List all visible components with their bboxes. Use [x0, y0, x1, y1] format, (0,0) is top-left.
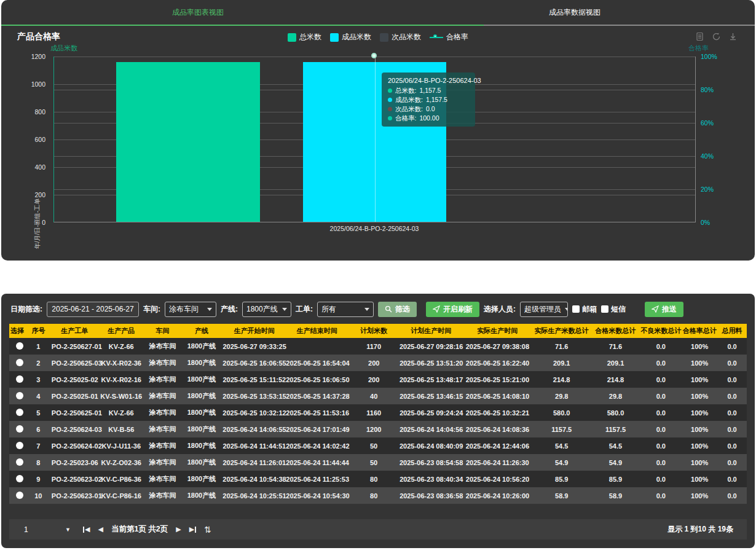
refresh-icon[interactable]	[712, 32, 721, 41]
prev-page-button[interactable]: ◀	[98, 525, 103, 533]
page-number-select[interactable]: 1 ▼	[20, 523, 74, 536]
cell-end-time: 2025-06-24 14:02:42	[286, 442, 348, 450]
cell-qualified-total: 54.5	[591, 442, 640, 450]
table-body: 1 PO-2-250627-01 KV-Z-66 涂布车间 1800产线 202…	[9, 338, 747, 504]
email-checkbox[interactable]	[572, 305, 580, 313]
row-radio[interactable]	[16, 425, 23, 433]
email-checkbox-wrap: 邮箱	[572, 304, 597, 315]
column-header: 不良米数总计	[640, 326, 682, 335]
legend-item-total-meters[interactable]: 总米数	[288, 32, 321, 42]
cell-line: 1800产线	[181, 408, 223, 417]
next-page-button[interactable]: ▶	[176, 525, 181, 533]
cell-defect-total: 0.0	[640, 343, 682, 350]
last-page-button[interactable]: ▶	[189, 525, 196, 533]
cell-start-time: 2025-06-24 14:06:55	[222, 426, 286, 433]
person-select[interactable]: 超级管理员	[520, 302, 568, 317]
select-cell	[9, 409, 25, 417]
row-radio[interactable]	[16, 475, 23, 482]
row-radio[interactable]	[16, 442, 23, 449]
column-header: 生产工单	[52, 326, 98, 335]
cell-workshop: 涂布车间	[145, 474, 181, 484]
chevron-down-icon	[207, 308, 212, 313]
tab-yield-data-view[interactable]: 成品率数据视图	[395, 0, 755, 25]
cell-product: KV-J-U11-36	[98, 442, 145, 450]
filter-button[interactable]: 筛选	[378, 302, 417, 317]
legend-swatch-green	[288, 33, 296, 42]
cell-actual-meters-total: 54.9	[532, 459, 591, 466]
cell-order: PO-2-25025-01	[52, 393, 98, 400]
order-select[interactable]: 所有	[317, 302, 374, 317]
table-row[interactable]: 4 PO-2-25025-01 KV-S-W01-16 涂布车间 1800产线 …	[9, 388, 747, 404]
cell-defect-total: 0.0	[640, 359, 682, 367]
cell-line: 1800产线	[181, 358, 223, 367]
cell-plan-time: 2025-06-24 14:04:56	[400, 426, 463, 433]
row-radio[interactable]	[16, 458, 23, 466]
column-header: 选择	[9, 326, 25, 335]
legend-swatch-dark	[380, 33, 388, 42]
first-page-button[interactable]: ◀	[83, 525, 90, 533]
cell-plan-time: 2025-06-23 08:54:58	[400, 459, 463, 466]
cell-actual-time: 2025-06-25 15:21:00	[463, 376, 532, 383]
workshop-select[interactable]: 涂布车间	[165, 302, 216, 317]
chevron-down-icon	[364, 308, 369, 313]
cell-material-total: 0.0	[717, 476, 747, 483]
row-radio[interactable]	[16, 342, 23, 350]
table-row[interactable]: 2 PO-2-250625-03 KV-X-R02-36 涂布车间 1800产线…	[9, 355, 747, 371]
cell-workshop: 涂布车间	[145, 425, 181, 434]
tooltip-title: 2025/06/24-B-PO-2-250624-03	[388, 77, 469, 84]
reload-table-icon[interactable]: ⇅	[204, 525, 211, 535]
table-row[interactable]: 10 PO-2-250623-01 KV-C-P86-16 涂布车间 1800产…	[9, 487, 747, 504]
cell-defect-total: 0.0	[640, 393, 682, 400]
order-label: 工单:	[296, 304, 313, 315]
cell-seq: 8	[25, 459, 52, 466]
row-radio[interactable]	[16, 392, 23, 399]
table-row[interactable]: 6 PO-2-250624-03 KV-B-56 涂布车间 1800产线 202…	[9, 421, 747, 437]
cell-start-time: 2025-06-25 13:53:15	[222, 393, 286, 400]
cell-product: KV-Z-O02-36	[98, 459, 145, 466]
start-refresh-button[interactable]: 开启刷新	[426, 302, 479, 317]
line-select[interactable]: 1800产线	[242, 302, 291, 317]
table-row[interactable]: 7 PO-2-250624-02 KV-J-U11-36 涂布车间 1800产线…	[9, 437, 747, 454]
date-range-input[interactable]: 2025-06-21 - 2025-06-27	[47, 302, 139, 317]
cell-actual-time: 2025-06-25 10:32:21	[463, 409, 532, 417]
column-header: 序号	[25, 326, 52, 335]
y-axis-tick-label: 1200	[31, 53, 45, 60]
tab-yield-chart-view[interactable]: 成品率图表视图	[1, 0, 395, 25]
cell-product: KV-C-P86-16	[98, 492, 145, 500]
row-radio[interactable]	[16, 409, 23, 416]
cell-product: KV-Z-66	[98, 409, 145, 417]
y-axis-tick-label: 80%	[701, 86, 714, 93]
row-radio[interactable]	[16, 359, 23, 366]
cell-pass-rate-total: 100%	[682, 492, 717, 500]
cell-actual-meters-total: 71.6	[532, 343, 591, 350]
cell-defect-total: 0.0	[640, 459, 682, 466]
cell-defect-total: 0.0	[640, 492, 682, 500]
cell-line: 1800产线	[181, 391, 223, 401]
cell-pass-rate-total: 100%	[682, 426, 717, 433]
push-button[interactable]: 推送	[645, 302, 683, 317]
cell-product: KV-S-W01-16	[98, 393, 145, 400]
bar-total-meters[interactable]	[116, 62, 260, 222]
cell-product: KV-X-R02-16	[98, 376, 145, 383]
table-row[interactable]: 5 PO-2-250625-01 KV-Z-66 涂布车间 1800产线 202…	[9, 404, 747, 421]
data-view-icon[interactable]	[695, 32, 704, 41]
chart-legend: 总米数 成品米数 次品米数 合格率	[1, 32, 755, 42]
tooltip-dot-rate	[388, 116, 392, 120]
sms-checkbox[interactable]	[601, 305, 608, 313]
pass-rate-point[interactable]	[371, 53, 377, 58]
table-row[interactable]: 3 PO-2-25025-02 KV-X-R02-16 涂布车间 1800产线 …	[9, 371, 747, 388]
record-count-info: 显示 1 到10 共 19条	[667, 524, 733, 535]
row-radio[interactable]	[16, 492, 23, 499]
legend-item-finished-meters[interactable]: 成品米数	[330, 32, 371, 42]
legend-item-defect-meters[interactable]: 次品米数	[380, 32, 421, 42]
table-row[interactable]: 9 PO-2-250623-02 KV-C-P86-36 涂布车间 1800产线…	[9, 471, 747, 487]
legend-item-pass-rate[interactable]: 合格率	[430, 32, 468, 42]
cell-end-time: 2025-06-25 14:37:28	[286, 393, 348, 400]
download-icon[interactable]	[728, 32, 738, 41]
cell-seq: 3	[25, 376, 52, 383]
row-radio[interactable]	[16, 375, 23, 383]
cell-workshop: 涂布车间	[145, 491, 181, 500]
table-row[interactable]: 8 PO-2-25023-06 KV-Z-O02-36 涂布车间 1800产线 …	[9, 454, 747, 471]
cell-start-time: 2025-06-24 10:54:38	[222, 476, 286, 483]
table-row[interactable]: 1 PO-2-250627-01 KV-Z-66 涂布车间 1800产线 202…	[9, 338, 747, 355]
